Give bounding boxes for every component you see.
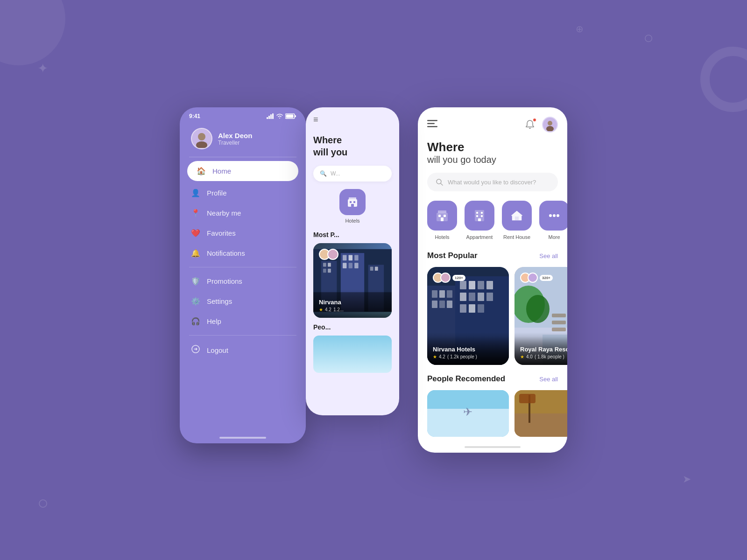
most-popular-see-all[interactable]: See all <box>539 252 558 259</box>
nav-label-home: Home <box>212 167 231 175</box>
nav-divider <box>189 267 296 267</box>
svg-rect-47 <box>481 212 483 214</box>
home-icon: 🏠 <box>197 167 206 175</box>
user-name: Alex Deon <box>218 132 252 140</box>
svg-rect-25 <box>349 255 352 260</box>
nav-label-nearby: Nearby me <box>207 209 241 217</box>
nirvana-avatar-2 <box>440 273 451 283</box>
home-indicator <box>465 446 521 448</box>
rent-house-label: Rent House <box>503 234 530 240</box>
appartment-icon-box <box>465 201 494 231</box>
royal-avatar-2 <box>528 273 538 283</box>
people-card-sky[interactable]: ✈ <box>427 390 509 437</box>
profile-divider <box>189 157 296 157</box>
royal-people: ( 1.8k people ) <box>535 354 564 359</box>
user-info: Alex Deon Traveller <box>218 132 252 146</box>
svg-rect-24 <box>343 255 346 260</box>
appartment-icon-svg <box>472 208 487 223</box>
nav-item-promotions[interactable]: 🛡️ Promotions <box>180 271 306 291</box>
search-placeholder: What would you like to discover? <box>448 179 536 186</box>
logout-icon <box>191 345 200 355</box>
royal-avatars: 320+ <box>520 273 553 283</box>
rent-house-icon-box <box>502 201 532 231</box>
user-role: Traveller <box>218 140 252 146</box>
app-title-sub: will you go today <box>427 154 558 165</box>
logout-svg <box>191 345 200 353</box>
mini-avatar-2 <box>327 249 338 260</box>
middle-popular-title: Most P... <box>313 231 392 238</box>
people-recommended-see-all[interactable]: See all <box>539 376 558 383</box>
avatar-svg <box>192 129 211 148</box>
svg-rect-83 <box>552 321 566 324</box>
nirvana-rating: ★ 4.2 ( 1.2k people ) <box>433 354 503 359</box>
svg-rect-64 <box>447 301 452 308</box>
nav-item-nearby[interactable]: 📍 Nearby me <box>180 203 306 223</box>
appartment-label: Appartment <box>466 234 493 240</box>
nav-item-settings[interactable]: ⚙️ Settings <box>180 291 306 311</box>
svg-point-8 <box>198 133 205 140</box>
notification-bell-wrapper[interactable] <box>522 117 537 132</box>
svg-rect-46 <box>476 212 478 214</box>
svg-rect-66 <box>469 281 475 289</box>
nav-item-help[interactable]: 🎧 Help <box>180 311 306 331</box>
svg-rect-81 <box>552 314 566 317</box>
nav-item-home[interactable]: 🏠 Home <box>187 161 298 181</box>
header-avatar[interactable] <box>542 117 558 133</box>
svg-rect-12 <box>350 201 352 203</box>
middle-search[interactable]: 🔍 W... <box>313 166 392 182</box>
nav-item-logout[interactable]: Logout <box>180 339 306 361</box>
card-royal[interactable]: 320+ Royal Raya Resort ★ 4.0 ( 1.8k peop… <box>514 267 567 365</box>
signal-icon <box>267 113 274 119</box>
bg-decoration-circle-bottom: ○ <box>37 492 49 513</box>
more-icon-box <box>539 201 567 231</box>
middle-card: Nirvana ★ 4.2 1.2... <box>313 243 392 318</box>
svg-rect-59 <box>432 290 437 298</box>
svg-rect-41 <box>438 215 441 217</box>
svg-rect-30 <box>370 267 374 271</box>
svg-rect-34 <box>427 123 435 124</box>
beach-card-svg <box>514 390 567 437</box>
nav-item-profile[interactable]: 👤 Profile <box>180 183 306 203</box>
nav-item-favorites[interactable]: ❤️ Favorites <box>180 223 306 243</box>
category-appartment[interactable]: Appartment <box>465 201 494 240</box>
category-hotels[interactable]: Hotels <box>427 201 457 240</box>
category-rent-house[interactable]: Rent House <box>502 201 532 240</box>
svg-rect-49 <box>481 215 483 217</box>
svg-rect-48 <box>476 215 478 217</box>
nirvana-avatars: 120+ <box>433 273 465 283</box>
more-label: More <box>548 234 560 240</box>
people-cards-row: ✈ <box>427 390 558 437</box>
header-right <box>522 117 558 133</box>
svg-point-37 <box>548 121 552 126</box>
svg-rect-75 <box>478 304 484 313</box>
nirvana-people: ( 1.2k people ) <box>447 354 477 359</box>
svg-point-54 <box>553 214 556 217</box>
middle-card-name: Nirvana <box>319 299 386 306</box>
nav-label-profile: Profile <box>207 189 227 197</box>
svg-rect-1 <box>268 116 270 119</box>
notification-dot <box>533 118 536 122</box>
svg-rect-67 <box>478 281 484 289</box>
category-more[interactable]: More <box>539 201 567 240</box>
nav-label-help: Help <box>207 317 221 325</box>
hotels-label: Hotels <box>435 234 449 240</box>
people-card-beach[interactable] <box>514 390 567 437</box>
menu-icon[interactable] <box>427 120 437 130</box>
people-recommended-title: People Recomended <box>427 374 505 384</box>
svg-rect-63 <box>439 301 445 308</box>
bell-icon: 🔔 <box>191 249 200 258</box>
card-nirvana[interactable]: 120+ Nirvana Hotels ★ 4.2 ( 1.2k people … <box>427 267 509 365</box>
hotel-icon-svg <box>346 196 359 209</box>
hotel-cards-row: 120+ Nirvana Hotels ★ 4.2 ( 1.2k people … <box>418 267 567 374</box>
middle-cat-icon-hotels <box>339 189 366 215</box>
rent-house-icon-svg <box>509 208 524 223</box>
categories: Hotels Appartment <box>418 201 567 251</box>
bg-decoration-arrow: ➤ <box>683 473 691 485</box>
star-icon-royal: ★ <box>520 354 524 359</box>
nav-item-notifications[interactable]: 🔔 Notifications <box>180 243 306 263</box>
svg-rect-42 <box>444 215 446 217</box>
svg-rect-44 <box>438 210 446 213</box>
search-bar[interactable]: What would you like to discover? <box>427 173 558 191</box>
app-title: Where will you go today <box>418 138 567 173</box>
phones-container: 9:41 <box>180 107 567 453</box>
